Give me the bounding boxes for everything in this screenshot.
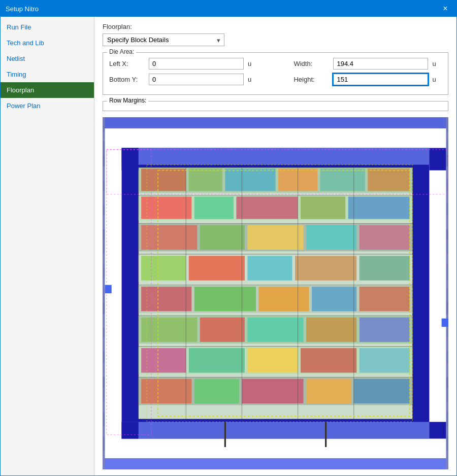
left-x-input[interactable] bbox=[149, 58, 244, 70]
svg-rect-74 bbox=[141, 348, 186, 372]
svg-rect-66 bbox=[360, 287, 410, 311]
width-label: Width: bbox=[293, 60, 329, 67]
content-area: Floorplan: Specify Block Details Load DE… bbox=[94, 17, 456, 475]
die-area-legend: Die Area: bbox=[107, 48, 136, 55]
svg-rect-69 bbox=[200, 317, 245, 342]
svg-rect-82 bbox=[242, 379, 303, 403]
row-margins-label: Row Margins: bbox=[107, 97, 148, 104]
sidebar: Run File Tech and Lib Netlist Timing Flo… bbox=[1, 17, 94, 475]
svg-rect-70 bbox=[247, 317, 303, 342]
svg-rect-83 bbox=[306, 379, 351, 403]
svg-rect-112 bbox=[105, 285, 112, 293]
svg-rect-34 bbox=[122, 422, 430, 438]
svg-rect-41 bbox=[320, 168, 365, 191]
close-button[interactable]: × bbox=[439, 3, 451, 15]
svg-rect-38 bbox=[189, 168, 222, 191]
sidebar-item-run-file[interactable]: Run File bbox=[1, 19, 94, 35]
svg-rect-57 bbox=[189, 256, 245, 280]
svg-rect-103 bbox=[429, 422, 446, 438]
die-area-row1: Left X: u Width: u bbox=[109, 58, 442, 70]
sidebar-item-power-plan[interactable]: Power Plan bbox=[1, 98, 94, 114]
svg-rect-51 bbox=[200, 225, 245, 250]
bottom-y-label: Bottom Y: bbox=[109, 76, 145, 83]
row-margins-group: Row Margins: bbox=[103, 101, 448, 111]
svg-rect-80 bbox=[141, 379, 191, 403]
svg-rect-100 bbox=[122, 148, 139, 171]
svg-rect-75 bbox=[189, 348, 245, 372]
svg-rect-33 bbox=[122, 148, 430, 165]
svg-rect-59 bbox=[295, 256, 356, 280]
svg-rect-50 bbox=[141, 225, 197, 250]
svg-rect-63 bbox=[194, 287, 256, 311]
svg-rect-101 bbox=[429, 148, 446, 171]
svg-rect-48 bbox=[348, 196, 410, 219]
svg-rect-81 bbox=[194, 379, 239, 403]
svg-rect-84 bbox=[354, 379, 410, 403]
svg-rect-78 bbox=[360, 348, 410, 372]
height-input[interactable] bbox=[333, 74, 428, 85]
floorplan-label: Floorplan: bbox=[103, 23, 448, 30]
svg-rect-56 bbox=[141, 256, 186, 280]
left-x-label: Left X: bbox=[109, 60, 145, 67]
sidebar-item-netlist[interactable]: Netlist bbox=[1, 51, 94, 66]
dropdown-wrapper: Specify Block Details Load DEF File Load… bbox=[103, 33, 224, 46]
svg-rect-45 bbox=[194, 196, 234, 219]
main-content: Run File Tech and Lib Netlist Timing Flo… bbox=[1, 17, 456, 475]
svg-rect-64 bbox=[258, 287, 309, 311]
svg-rect-54 bbox=[360, 225, 410, 250]
svg-rect-39 bbox=[225, 168, 275, 191]
left-x-unit: u bbox=[248, 60, 257, 67]
svg-rect-37 bbox=[141, 168, 186, 191]
svg-rect-46 bbox=[236, 196, 298, 219]
die-area-row2: Bottom Y: u Height: u bbox=[109, 74, 442, 85]
svg-rect-29 bbox=[103, 117, 105, 469]
width-input[interactable] bbox=[333, 58, 428, 70]
svg-rect-58 bbox=[247, 256, 292, 280]
height-label: Height: bbox=[293, 76, 329, 83]
title-bar: Setup Nitro × bbox=[1, 1, 456, 17]
svg-rect-113 bbox=[442, 319, 448, 327]
svg-rect-47 bbox=[301, 196, 345, 219]
bottom-y-input[interactable] bbox=[149, 74, 244, 85]
svg-rect-72 bbox=[360, 317, 410, 342]
svg-rect-62 bbox=[141, 287, 191, 311]
svg-rect-42 bbox=[368, 168, 410, 191]
width-unit: u bbox=[432, 60, 442, 67]
svg-rect-76 bbox=[247, 348, 298, 372]
svg-rect-77 bbox=[301, 348, 356, 372]
sidebar-item-floorplan[interactable]: Floorplan bbox=[1, 82, 94, 98]
svg-rect-65 bbox=[312, 287, 356, 311]
window-title: Setup Nitro bbox=[6, 5, 39, 13]
svg-rect-102 bbox=[122, 422, 139, 438]
svg-rect-71 bbox=[306, 317, 356, 342]
svg-rect-44 bbox=[141, 196, 191, 219]
floorplan-dropdown[interactable]: Specify Block Details Load DEF File Load… bbox=[103, 33, 224, 46]
die-area-group: Die Area: Left X: u Width: u Bottom Y: u bbox=[103, 52, 448, 95]
dropdown-row: Specify Block Details Load DEF File Load… bbox=[103, 33, 448, 46]
svg-rect-60 bbox=[360, 256, 410, 280]
sidebar-item-tech-and-lib[interactable]: Tech and Lib bbox=[1, 35, 94, 51]
svg-rect-52 bbox=[247, 225, 303, 250]
svg-rect-68 bbox=[141, 317, 197, 342]
height-unit: u bbox=[432, 76, 442, 83]
svg-rect-30 bbox=[446, 117, 448, 469]
chip-svg bbox=[103, 117, 448, 469]
chip-visualization bbox=[103, 117, 448, 469]
sidebar-item-timing[interactable]: Timing bbox=[1, 66, 94, 82]
bottom-y-unit: u bbox=[248, 76, 257, 83]
main-window: Setup Nitro × Run File Tech and Lib Netl… bbox=[0, 0, 457, 476]
svg-rect-53 bbox=[306, 225, 356, 250]
